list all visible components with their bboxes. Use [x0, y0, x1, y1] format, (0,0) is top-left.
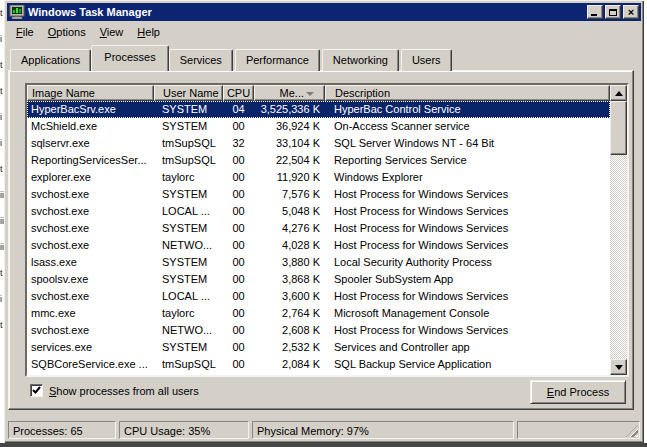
process-row[interactable]: svchost.exe LOCAL ... 00 3,600 K Host Pr…: [27, 288, 610, 305]
process-row[interactable]: sqlservr.exe tmSupSQL 32 33,104 K SQL Se…: [27, 135, 610, 152]
cell-description: Host Process for Windows Services: [325, 288, 610, 305]
cell-cpu: 04: [223, 101, 254, 118]
cell-description: Host Process for Windows Services: [325, 203, 610, 220]
cell-image-name: mmc.exe: [27, 305, 154, 322]
cell-image-name: svchost.exe: [27, 237, 154, 254]
cell-memory: 2,084 K: [254, 356, 325, 373]
cell-memory: 36,924 K: [254, 118, 325, 135]
process-row[interactable]: HyperBacSrv.exe SYSTEM 04 3,525,336 K Hy…: [27, 101, 610, 118]
cell-image-name: svchost.exe: [27, 220, 154, 237]
status-bar: Processes: 65 CPU Usage: 35% Physical Me…: [6, 419, 642, 441]
column-header-label: Me...: [259, 87, 304, 100]
cell-user-name: SYSTEM: [154, 220, 223, 237]
tab-performance[interactable]: Performance: [235, 49, 320, 71]
process-row[interactable]: services.exe SYSTEM 00 2,532 K Services …: [27, 339, 610, 356]
maximize-button[interactable]: [605, 5, 621, 19]
column-header-me[interactable]: Me...: [254, 85, 325, 101]
column-header-username[interactable]: User Name: [154, 85, 223, 101]
title-bar[interactable]: Windows Task Manager ×: [7, 3, 641, 21]
cell-description: Spooler SubSystem App: [325, 271, 610, 288]
process-row[interactable]: lsass.exe SYSTEM 00 3,880 K Local Securi…: [27, 254, 610, 271]
task-manager-window: Windows Task Manager × FileOptionsViewHe…: [4, 0, 644, 443]
tab-networking[interactable]: Networking: [322, 49, 399, 71]
cell-cpu: 00: [223, 203, 254, 220]
scroll-down-icon: [615, 365, 623, 370]
end-process-label: End Process: [547, 386, 609, 398]
checkmark-icon: [32, 386, 41, 395]
show-all-users-label[interactable]: Show processes from all users: [49, 385, 199, 397]
cell-user-name: tmSupSQL: [154, 135, 223, 152]
menu-item-file[interactable]: File: [11, 24, 39, 40]
process-row[interactable]: svchost.exe LOCAL ... 00 5,048 K Host Pr…: [27, 203, 610, 220]
process-row[interactable]: svchost.exe SYSTEM 00 7,576 K Host Proce…: [27, 186, 610, 203]
close-icon: ×: [628, 7, 634, 17]
cell-image-name: svchost.exe: [27, 186, 154, 203]
process-row[interactable]: ReportingServicesSer... tmSupSQL 00 22,5…: [27, 152, 610, 169]
close-button[interactable]: ×: [623, 5, 639, 19]
cell-image-name: svchost.exe: [27, 203, 154, 220]
tab-applications[interactable]: Applications: [10, 49, 91, 71]
column-header-cpu[interactable]: CPU: [223, 85, 254, 101]
scroll-down-button[interactable]: [610, 359, 627, 375]
resize-grip[interactable]: [626, 425, 638, 437]
task-manager-app-icon: [9, 5, 25, 19]
process-row[interactable]: explorer.exe taylorc 00 11,920 K Windows…: [27, 169, 610, 186]
tab-users[interactable]: Users: [401, 49, 452, 71]
cell-cpu: 32: [223, 135, 254, 152]
process-row[interactable]: svchost.exe NETWO... 00 4,028 K Host Pro…: [27, 237, 610, 254]
show-all-users-checkbox[interactable]: [30, 384, 43, 397]
process-row[interactable]: mmc.exe taylorc 00 2,764 K Microsoft Man…: [27, 305, 610, 322]
tab-strip: ApplicationsProcessesServicesPerformance…: [10, 45, 454, 71]
status-processes: Processes: 65: [8, 421, 116, 439]
cell-image-name: explorer.exe: [27, 169, 154, 186]
cell-memory: 3,600 K: [254, 288, 325, 305]
cell-user-name: SYSTEM: [154, 186, 223, 203]
process-row[interactable]: SQBCoreService.exe ... tmSupSQL 00 2,084…: [27, 356, 610, 373]
maximize-icon: [609, 9, 617, 16]
scroll-up-button[interactable]: [610, 85, 627, 101]
scrollbar-thumb[interactable]: [610, 101, 627, 155]
cell-cpu: 00: [223, 271, 254, 288]
cell-memory: 3,880 K: [254, 254, 325, 271]
column-header-label: Image Name: [32, 87, 153, 100]
cell-memory: 3,868 K: [254, 271, 325, 288]
end-process-button[interactable]: End Process: [530, 380, 626, 404]
cell-user-name: SYSTEM: [154, 254, 223, 271]
cell-description: Local Security Authority Process: [325, 254, 610, 271]
process-row[interactable]: svchost.exe SYSTEM 00 4,276 K Host Proce…: [27, 220, 610, 237]
minimize-button[interactable]: [587, 5, 603, 19]
cell-memory: 22,504 K: [254, 152, 325, 169]
menu-item-view[interactable]: View: [95, 24, 129, 40]
cell-cpu: 00: [223, 339, 254, 356]
column-header-imagename[interactable]: Image Name: [27, 85, 154, 101]
status-cpu-usage: CPU Usage: 35%: [119, 421, 249, 439]
cell-image-name: services.exe: [27, 339, 154, 356]
cell-cpu: 00: [223, 186, 254, 203]
cell-description: SQL Server Windows NT - 64 Bit: [325, 135, 610, 152]
process-row[interactable]: McShield.exe SYSTEM 00 36,924 K On-Acces…: [27, 118, 610, 135]
window-controls: ×: [585, 5, 639, 19]
cell-user-name: LOCAL ...: [154, 203, 223, 220]
cell-description: HyperBac Control Service: [325, 101, 610, 118]
menu-item-help[interactable]: Help: [132, 24, 165, 40]
process-row[interactable]: spoolsv.exe SYSTEM 00 3,868 K Spooler Su…: [27, 271, 610, 288]
cell-image-name: lsass.exe: [27, 254, 154, 271]
cell-cpu: 00: [223, 305, 254, 322]
menu-item-options[interactable]: Options: [43, 24, 91, 40]
cell-image-name: spoolsv.exe: [27, 271, 154, 288]
cell-user-name: LOCAL ...: [154, 288, 223, 305]
tab-services[interactable]: Services: [169, 49, 233, 71]
status-physical-memory: Physical Memory: 97%: [252, 421, 514, 439]
cell-image-name: svchost.exe: [27, 322, 154, 339]
minimize-icon: [591, 14, 597, 16]
cell-memory: 33,104 K: [254, 135, 325, 152]
cell-memory: 11,920 K: [254, 169, 325, 186]
cell-user-name: SYSTEM: [154, 339, 223, 356]
column-header-description[interactable]: Description: [325, 85, 610, 101]
cell-cpu: 00: [223, 254, 254, 271]
process-list: Image NameUser NameCPUMe...Description H…: [25, 83, 629, 377]
vertical-scrollbar[interactable]: [610, 85, 627, 375]
process-row[interactable]: svchost.exe NETWO... 00 2,608 K Host Pro…: [27, 322, 610, 339]
tab-processes[interactable]: Processes: [91, 45, 168, 71]
cell-user-name: SYSTEM: [154, 271, 223, 288]
